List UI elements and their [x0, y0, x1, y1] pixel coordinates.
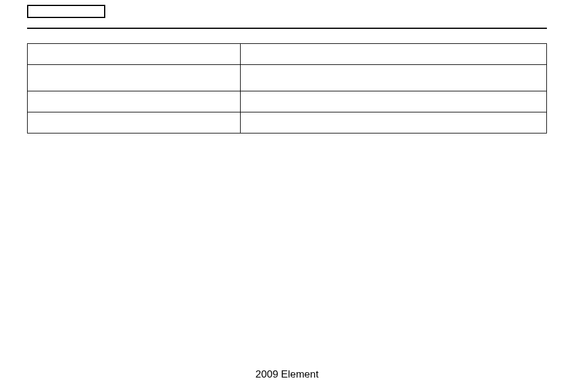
- table-cell: [240, 65, 546, 91]
- table-cell: [28, 91, 241, 112]
- table-cell: [28, 65, 241, 91]
- table-row: [28, 44, 547, 65]
- table-row: [28, 91, 547, 112]
- table-cell: [240, 44, 546, 65]
- table: [27, 43, 547, 133]
- horizontal-rule: [27, 28, 547, 29]
- table-cell: [240, 112, 546, 133]
- document-page: 2009 Element: [0, 0, 574, 392]
- spec-table: [27, 43, 547, 133]
- table-row: [28, 112, 547, 133]
- table-cell: [240, 91, 546, 112]
- table-cell: [28, 112, 241, 133]
- table-cell: [28, 44, 241, 65]
- top-label-box: [27, 5, 105, 18]
- table-row: [28, 65, 547, 91]
- footer-text: 2009 Element: [0, 369, 574, 381]
